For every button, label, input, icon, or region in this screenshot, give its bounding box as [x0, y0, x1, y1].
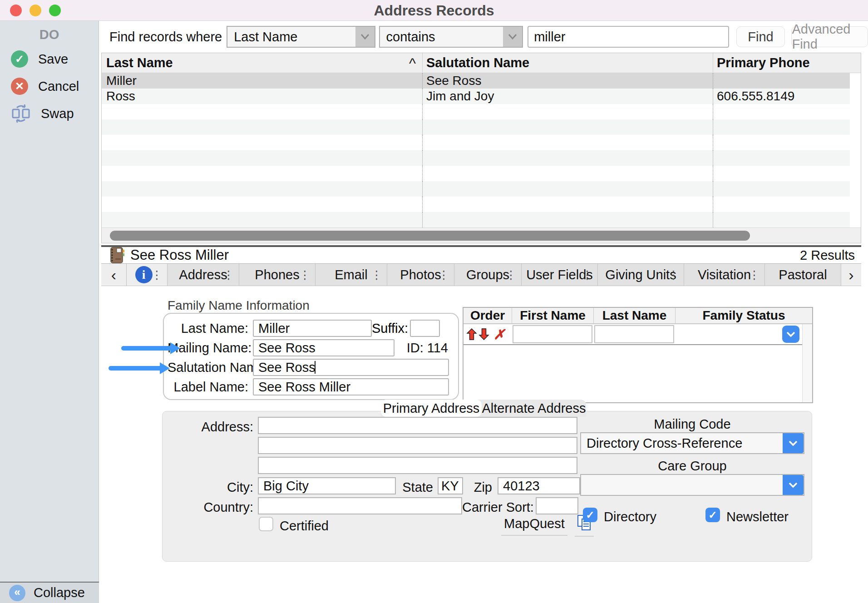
address-line2-field[interactable] — [258, 437, 577, 454]
scrollbar-thumb[interactable] — [110, 231, 750, 241]
care-group-dropdown[interactable] — [580, 474, 804, 496]
state-field[interactable] — [438, 477, 463, 494]
find-button[interactable]: Find — [736, 26, 785, 47]
search-label: Find records where — [109, 30, 222, 44]
last-name-field[interactable] — [253, 320, 372, 337]
address-line3-field[interactable] — [258, 457, 577, 474]
tab-user-fields[interactable]: User Fields⋮ — [522, 264, 598, 286]
tabs-scroll-right-button[interactable]: › — [841, 264, 861, 286]
tab-info[interactable]: i ⋮ — [127, 264, 168, 286]
suffix-field[interactable] — [410, 320, 440, 337]
column-header-salutation-name[interactable]: Salutation Name — [422, 53, 713, 73]
tab-alternate-address[interactable]: Alternate Address — [482, 400, 586, 417]
tab-address[interactable]: Address⋮ — [168, 264, 239, 286]
tab-drag-handle-icon: ⋮ — [371, 268, 382, 282]
save-button-label: Save — [38, 52, 68, 67]
table-row[interactable]: Ross Jim and Joy 606.555.8149 — [102, 89, 850, 104]
tab-giving-units[interactable]: Giving Units⋮ — [598, 264, 684, 286]
certified-label: Certified — [280, 519, 329, 534]
swap-button[interactable]: Swap — [0, 103, 99, 124]
newsletter-label: Newsletter — [726, 509, 789, 524]
search-operator-dropdown[interactable]: contains — [379, 26, 523, 48]
label-name-field[interactable] — [253, 378, 449, 395]
search-query-input[interactable] — [528, 26, 729, 48]
tabs-scroll-left-button[interactable]: ‹ — [101, 264, 127, 286]
zoom-window-button[interactable] — [49, 5, 61, 16]
move-up-icon[interactable] — [466, 328, 477, 341]
empty-row — [102, 104, 850, 119]
chevron-down-icon[interactable] — [783, 433, 804, 453]
mailing-code-dropdown[interactable]: Directory Cross-Reference — [580, 432, 804, 454]
close-window-button[interactable] — [10, 5, 22, 16]
sort-ascending-icon: ^ — [409, 59, 416, 68]
carrier-sort-field[interactable] — [536, 497, 578, 514]
empty-row — [102, 181, 850, 197]
tab-photos[interactable]: Photos⋮ — [387, 264, 454, 286]
members-table-header: Order First Name Last Name Family Status — [464, 308, 812, 324]
mailing-name-field[interactable] — [253, 339, 395, 356]
mapquest-group: MapQuest — [501, 515, 594, 535]
directory-label: Directory — [604, 509, 656, 524]
annotation-arrow-mailing-name — [121, 342, 180, 354]
country-field[interactable] — [258, 497, 462, 514]
newsletter-checkbox[interactable]: ✓ — [705, 508, 720, 522]
search-field-dropdown[interactable]: Last Name — [227, 26, 375, 48]
chevron-down-icon[interactable] — [783, 475, 804, 495]
member-last-name-field[interactable] — [594, 325, 674, 343]
tab-groups[interactable]: Groups⋮ — [454, 264, 522, 286]
city-label: City: — [163, 480, 253, 495]
column-header-last-name[interactable]: Last Name ^ — [102, 53, 422, 73]
column-header-primary-phone[interactable]: Primary Phone — [713, 53, 861, 73]
table-row[interactable]: Miller See Ross — [102, 73, 850, 89]
address-tabs: Primary Address Alternate Address — [381, 400, 586, 417]
tab-primary-address[interactable]: Primary Address — [381, 400, 482, 417]
column-header-last-name: Last Name — [593, 308, 675, 323]
record-name: See Ross Miller — [130, 247, 229, 263]
save-button[interactable]: ✓ Save — [0, 49, 99, 69]
mailing-name-label: Mailing Name: — [168, 341, 253, 356]
certified-checkbox[interactable] — [259, 517, 273, 531]
column-header-family-status: Family Status — [675, 308, 812, 323]
zip-field[interactable] — [498, 477, 580, 494]
column-header-order: Order — [464, 308, 512, 323]
record-tabs: ‹ i ⋮ Address⋮ Phones⋮ Email⋮ Photos⋮ Gr… — [101, 263, 861, 286]
cancel-button[interactable]: ✕ Cancel — [0, 76, 99, 97]
tab-drag-handle-icon: ⋮ — [299, 268, 311, 282]
search-operator-value: contains — [380, 27, 503, 47]
empty-row — [102, 150, 850, 166]
chevron-down-icon — [355, 27, 375, 47]
label-name-label: Label Name: — [168, 380, 253, 395]
member-first-name-field[interactable] — [513, 325, 592, 343]
zip-label: Zip — [472, 480, 492, 495]
collapse-button[interactable]: « Collapse — [0, 582, 99, 603]
tab-pastoral[interactable]: Pastoral — [765, 264, 841, 286]
address-line1-field[interactable] — [258, 417, 577, 434]
record-id: ID: 114 — [407, 341, 454, 356]
salutation-name-field[interactable] — [253, 359, 449, 376]
members-table-scrollbar[interactable] — [802, 324, 812, 402]
family-status-dropdown[interactable] — [675, 324, 802, 344]
mapquest-button[interactable]: MapQuest — [501, 514, 567, 536]
move-down-icon[interactable] — [478, 328, 489, 341]
tab-email[interactable]: Email⋮ — [316, 264, 387, 286]
directory-checkbox[interactable]: ✓ — [583, 508, 597, 522]
advanced-find-button[interactable]: Advanced Find — [791, 26, 868, 47]
cancel-x-icon: ✕ — [11, 78, 28, 95]
address-label: Address: — [163, 420, 253, 435]
family-name-fieldset: Last Name: Suffix: Mailing Name: ID: 114… — [163, 313, 459, 400]
minimize-window-button[interactable] — [30, 5, 41, 16]
tab-phones[interactable]: Phones⋮ — [239, 264, 316, 286]
record-header: See Ross Miller 2 Results — [101, 247, 861, 263]
search-bar: Find records where Last Name contains Fi… — [99, 21, 868, 53]
horizontal-scrollbar[interactable] — [102, 227, 861, 243]
family-status-dropdown-button[interactable] — [782, 326, 799, 343]
tab-visitation[interactable]: Visitation⋮ — [684, 264, 765, 286]
member-row: ✗ — [464, 324, 802, 345]
city-field[interactable] — [258, 477, 396, 494]
swap-button-label: Swap — [41, 106, 74, 121]
delete-member-icon[interactable]: ✗ — [493, 326, 505, 342]
chevron-right-icon: › — [848, 266, 853, 284]
tab-drag-handle-icon: ⋮ — [749, 268, 760, 282]
text-cursor — [315, 361, 316, 374]
empty-row — [102, 166, 850, 181]
